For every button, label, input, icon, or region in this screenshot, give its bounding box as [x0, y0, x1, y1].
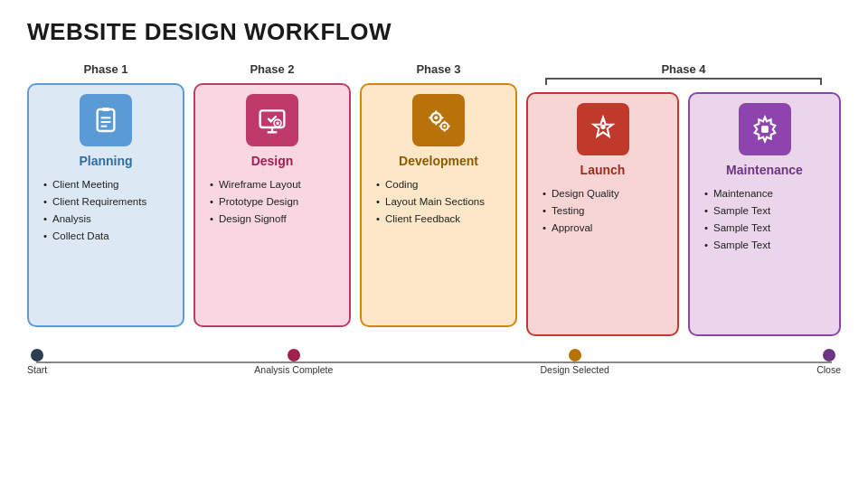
list-item: Wireframe Layout [208, 175, 340, 192]
list-item: Maintenance [703, 184, 830, 202]
timeline-point-analysis: Analysis Complete [254, 349, 333, 375]
phase-4b-title: Maintenance [726, 163, 803, 177]
phase-3-list: Coding Layout Main Sections Client Feedb… [371, 175, 506, 227]
list-item: Client Requirements [42, 192, 174, 210]
phase-1-card: Planning Client Meeting Client Requireme… [27, 83, 184, 327]
phase-4a-title: Launch [580, 163, 626, 177]
timeline: Start Analysis Complete Design Selected … [27, 349, 841, 375]
list-item: Client Meeting [42, 175, 174, 192]
timeline-label-design: Design Selected [540, 364, 609, 375]
list-item: Sample Text [703, 219, 830, 236]
phase-4a-card: Launch Design Quality Testing Approval [526, 92, 679, 336]
list-item: Design Signoff [208, 210, 340, 227]
list-item: Sample Text [703, 202, 830, 219]
phase-2-list: Wireframe Layout Prototype Design Design… [204, 175, 340, 227]
phase-1-title: Planning [79, 154, 132, 168]
list-item: Prototype Design [208, 192, 340, 210]
list-item: Layout Main Sections [374, 192, 506, 210]
phase-4-bracket [545, 78, 822, 85]
timeline-dot-design [569, 349, 581, 361]
timeline-dot-analysis [288, 349, 300, 361]
timeline-point-design: Design Selected [540, 349, 609, 375]
phase-4-header: Phase 4 [526, 62, 841, 85]
list-item: Approval [541, 219, 668, 236]
list-item: Client Feedback [374, 210, 506, 227]
phase-4-group: Phase 4 Launch Design Quality [526, 62, 841, 336]
phase-4-cards: Launch Design Quality Testing Approval [526, 92, 841, 336]
phase-3-label: Phase 3 [416, 62, 460, 76]
phase-1-column: Phase 1 Planning Client Meeting Client R… [27, 62, 184, 327]
phase-4b-card: Maintenance Maintenance Sample Text Samp… [688, 92, 841, 336]
phase-2-icon [246, 94, 298, 146]
svg-point-28 [600, 125, 605, 129]
timeline-label-start: Start [27, 364, 47, 375]
timeline-dot-close [823, 349, 835, 361]
phase-4a-list: Design Quality Testing Approval [537, 184, 668, 236]
svg-rect-6 [102, 108, 109, 111]
phase-1-label: Phase 1 [83, 62, 127, 76]
phase-4b-icon [739, 103, 791, 155]
phase-2-label: Phase 2 [250, 62, 294, 76]
timeline-points: Start Analysis Complete Design Selected … [27, 349, 841, 375]
phase-2-title: Design [251, 154, 294, 168]
phase-4-label: Phase 4 [661, 62, 705, 76]
svg-point-23 [443, 125, 446, 127]
timeline-dot-start [31, 349, 43, 361]
page-title: WEBSITE DESIGN WORKFLOW [27, 18, 841, 46]
list-item: Sample Text [703, 236, 830, 253]
timeline-label-close: Close [816, 364, 841, 375]
phase-3-column: Phase 3 Development [360, 62, 517, 327]
list-item: Coding [374, 175, 506, 192]
phase-3-title: Development [399, 154, 478, 168]
timeline-point-close: Close [816, 349, 841, 375]
phase-1-list: Client Meeting Client Requirements Analy… [38, 175, 174, 244]
list-item: Analysis [42, 210, 174, 227]
phase-4b-list: Maintenance Sample Text Sample Text Samp… [699, 184, 830, 253]
timeline-point-start: Start [27, 349, 47, 375]
list-item: Design Quality [541, 184, 668, 202]
phase-4a-column: Launch Design Quality Testing Approval [526, 92, 679, 336]
phase-2-card: Design Wireframe Layout Prototype Design… [193, 83, 351, 327]
svg-point-17 [434, 116, 438, 119]
phase-3-card: Development Coding Layout Main Sections … [360, 83, 517, 327]
svg-rect-5 [98, 109, 115, 131]
list-item: Collect Data [42, 227, 174, 244]
phase-2-column: Phase 2 Design Wireframe Layout Prototyp… [193, 62, 351, 327]
workflow-container: Phase 1 Planning Client Meeting Client R… [27, 62, 841, 336]
list-item: Testing [541, 202, 668, 219]
phase-3-icon [412, 94, 465, 146]
phase-4a-icon [577, 103, 629, 155]
timeline-label-analysis: Analysis Complete [254, 364, 333, 375]
phase-1-icon [80, 94, 132, 146]
phase-4b-column: Maintenance Maintenance Sample Text Samp… [688, 92, 841, 336]
